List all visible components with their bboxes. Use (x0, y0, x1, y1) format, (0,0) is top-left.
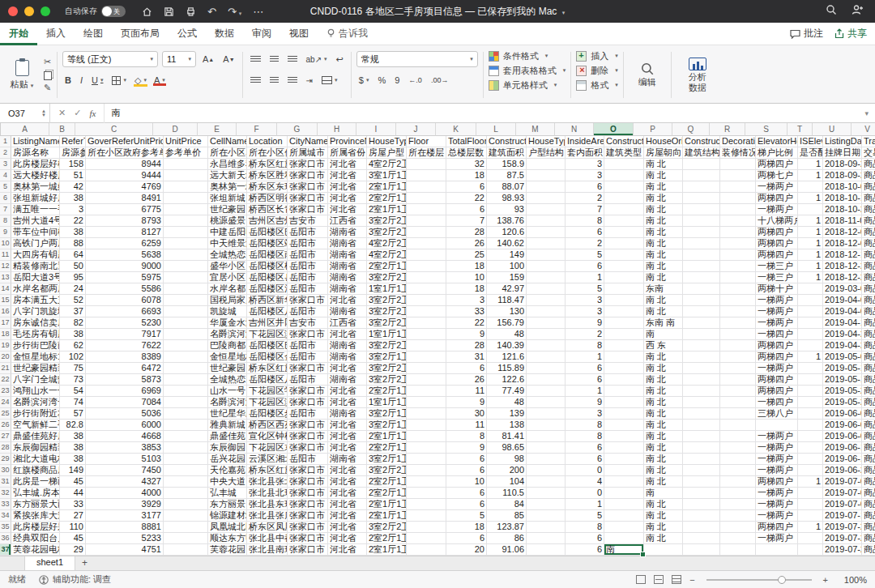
grid-cell-N5[interactable]: 6 (566, 181, 604, 193)
grid-cell-Q5[interactable] (683, 181, 720, 193)
grid-cell-G25[interactable]: 岳阳市 (288, 408, 328, 420)
grid-cell-J28[interactable] (407, 442, 446, 454)
grid-cell-C36[interactable]: 5233 (86, 533, 164, 544)
grid-cell-A25[interactable]: 步行街附近友 (11, 408, 60, 420)
grid-cell-F36[interactable]: 张北县中都大街 (247, 533, 288, 544)
grid-cell-L19[interactable]: 140.39 (487, 340, 527, 352)
tab-data[interactable]: 数据 (206, 23, 243, 45)
name-box-stepper-icon[interactable]: ▲▼ (41, 109, 46, 117)
row-header-28[interactable]: 28 (0, 442, 11, 454)
grid-cell-T34[interactable] (798, 510, 823, 522)
grid-cell-N29[interactable]: 6 (566, 454, 604, 465)
column-header-O[interactable]: O (594, 123, 634, 136)
grid-cell-E21[interactable]: 世纪豪园 (208, 363, 247, 374)
grid-cell-O15[interactable] (604, 295, 644, 306)
grid-cell-I10[interactable]: 4室2厅2卫 (367, 238, 407, 249)
grid-cell-M4[interactable] (527, 170, 566, 181)
grid-cell-I29[interactable]: 3室2厅1卫 (367, 454, 407, 465)
grid-cell-R28[interactable] (720, 442, 756, 454)
grid-cell-M6[interactable] (527, 193, 566, 204)
grid-cell-F10[interactable]: 岳阳楼区站前路 (247, 238, 288, 249)
grid-cell-G28[interactable]: 张家口市 (288, 442, 328, 454)
grid-cell-H32[interactable]: 河北省 (328, 488, 367, 499)
grid-cell-L28[interactable]: 98.65 (487, 442, 527, 454)
grid-cell-B8[interactable]: 22 (60, 215, 86, 227)
grid-cell-H9[interactable]: 湖南省 (328, 227, 367, 238)
search-icon[interactable] (826, 4, 837, 19)
grid-cell-V26[interactable]: 商品房 (862, 420, 875, 431)
grid-cell-F28[interactable]: 下花园区东升路 (247, 442, 288, 454)
grid-cell-B35[interactable]: 110 (60, 522, 86, 533)
grid-cell-A4[interactable]: 远大楼好楼层 (11, 170, 60, 181)
grid-cell-F20[interactable]: 岳阳楼区金鹗中路 (247, 352, 288, 363)
grid-cell-I2[interactable]: 房屋户型 (367, 147, 407, 159)
grid-cell-M18[interactable] (527, 329, 566, 340)
grid-cell-G21[interactable]: 张家口市 (288, 363, 328, 374)
grid-cell-K2[interactable]: 总楼层数 (446, 147, 487, 159)
grid-cell-K28[interactable]: 9 (446, 442, 487, 454)
grid-cell-E29[interactable]: 岳兴花园 (208, 454, 247, 465)
grid-cell-P23[interactable]: 南 北 (644, 386, 683, 397)
grid-cell-E24[interactable]: 名爵滨河湾 (208, 397, 247, 408)
grid-cell-B9[interactable]: 38 (60, 227, 86, 238)
grid-cell-G9[interactable]: 岳阳市 (288, 227, 328, 238)
grid-cell-D34[interactable] (164, 510, 208, 522)
tab-page-layout[interactable]: 页面布局 (112, 23, 169, 45)
grid-cell-J25[interactable] (407, 408, 446, 420)
grid-cell-P13[interactable]: 南 北 (644, 272, 683, 283)
grid-cell-Q24[interactable] (683, 397, 720, 408)
row-header-25[interactable]: 25 (0, 408, 11, 420)
grid-cell-M27[interactable] (527, 431, 566, 442)
grid-cell-F15[interactable]: 桥西区新华街 (247, 295, 288, 306)
grid-cell-Q36[interactable] (683, 533, 720, 544)
grid-cell-A21[interactable]: 世纪豪园精装 (11, 363, 60, 374)
underline-button[interactable]: U▾ (89, 75, 105, 85)
grid-cell-T24[interactable] (798, 397, 823, 408)
row-header-5[interactable]: 5 (0, 181, 11, 193)
grid-cell-K21[interactable]: 6 (446, 363, 487, 374)
grid-cell-L35[interactable]: 123.87 (487, 522, 527, 533)
cell-styles-button[interactable]: 单元格样式▾ (489, 78, 566, 92)
grid-cell-N20[interactable]: 1 (566, 352, 604, 363)
grid-cell-L33[interactable]: 84 (487, 499, 527, 510)
grid-cell-F7[interactable]: 桥西区长青路 (247, 204, 288, 215)
grid-cell-B37[interactable]: 29 (60, 544, 86, 556)
grid-cell-N15[interactable]: 3 (566, 295, 604, 306)
grid-cell-G11[interactable]: 岳阳市 (288, 249, 328, 261)
grid-cell-C27[interactable]: 4668 (86, 431, 164, 442)
tab-review[interactable]: 审阅 (243, 23, 280, 45)
grid-cell-P21[interactable]: 南 北 (644, 363, 683, 374)
grid-cell-B1[interactable]: ReferTotalPrice (60, 136, 86, 147)
grid-cell-J32[interactable] (407, 488, 446, 499)
grid-cell-A32[interactable]: 弘丰城.房本 (11, 488, 60, 499)
name-box[interactable]: O37 ▲▼ (0, 104, 50, 123)
grid-cell-V7[interactable]: 商品房 (862, 204, 875, 215)
grid-cell-R33[interactable] (720, 499, 756, 510)
grid-cell-D25[interactable] (164, 408, 208, 420)
grid-cell-T21[interactable] (798, 363, 823, 374)
editing-group[interactable]: 编辑 (629, 49, 666, 101)
font-size-select[interactable]: 11▾ (162, 51, 196, 67)
grid-cell-V12[interactable]: 商品房 (862, 261, 875, 272)
align-center-icon[interactable] (267, 77, 281, 84)
grid-cell-J33[interactable] (407, 499, 446, 510)
grid-cell-N28[interactable]: 6 (566, 442, 604, 454)
grid-cell-S19[interactable]: 两梯四户 (756, 340, 798, 352)
grid-cell-S21[interactable]: 一梯两户 (756, 363, 798, 374)
grid-cell-O30[interactable] (604, 465, 644, 476)
grid-cell-U4[interactable]: 2018-09-29 (823, 170, 862, 181)
grid-cell-S33[interactable]: 一梯两户 (756, 499, 798, 510)
grid-cell-V2[interactable]: 交易权属 (862, 147, 875, 159)
grid-cell-H8[interactable]: 江西省 (328, 215, 367, 227)
grid-cell-V37[interactable]: 商品房 (862, 544, 875, 556)
grid-cell-Q31[interactable] (683, 476, 720, 488)
grid-cell-S22[interactable]: 两梯四户 (756, 374, 798, 386)
grid-cell-P33[interactable]: 南 北 (644, 499, 683, 510)
grid-cell-U28[interactable]: 2019-06-11 (823, 442, 862, 454)
grid-cell-M13[interactable] (527, 272, 566, 283)
grid-cell-D22[interactable] (164, 374, 208, 386)
grid-cell-V9[interactable]: 商品房 (862, 227, 875, 238)
grid-cell-C8[interactable]: 8793 (86, 215, 164, 227)
grid-cell-A18[interactable]: 毛坯房有钥匙 (11, 329, 60, 340)
grid-cell-K5[interactable]: 6 (446, 181, 487, 193)
